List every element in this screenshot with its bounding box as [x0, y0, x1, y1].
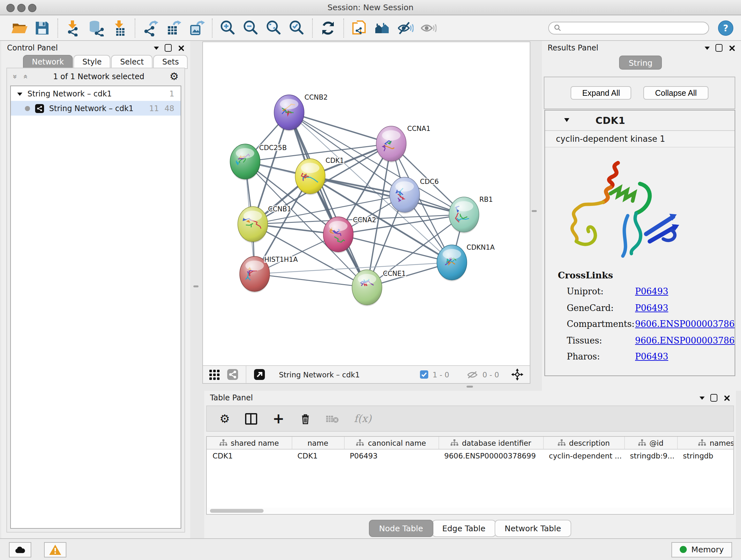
- crosslink-link[interactable]: P06493: [635, 351, 668, 361]
- network-view[interactable]: CCNB2CCNA1CDC25BCDK1CDC6RB1CCNB1CCNA2CDK…: [202, 42, 530, 384]
- hidden-eye-icon: [467, 370, 478, 379]
- column-header-canonical-name[interactable]: canonical name: [344, 437, 439, 449]
- zoom-selected-icon[interactable]: [285, 17, 308, 38]
- network-row[interactable]: String Network – cdk1 11 48: [11, 101, 181, 116]
- network-node-CDKN1A[interactable]: CDKN1A: [437, 244, 495, 281]
- network-edge[interactable]: [255, 262, 452, 274]
- hide-selected-icon[interactable]: [394, 17, 417, 38]
- network-node-CCNA1[interactable]: CCNA1: [376, 125, 430, 163]
- network-collection-row[interactable]: String Network – cdk1 1: [11, 86, 181, 101]
- table-cell[interactable]: CDK1: [292, 449, 344, 462]
- table-row[interactable]: CDK1CDK1P064939606.ENSP00000378699cyclin…: [207, 449, 734, 462]
- column-header-database-identifier[interactable]: database identifier: [439, 437, 543, 449]
- warning-icon: [49, 544, 61, 555]
- collapse-section-icon[interactable]: [564, 118, 569, 124]
- import-network-file-icon[interactable]: [62, 17, 85, 38]
- column-header--id[interactable]: @id: [624, 437, 677, 449]
- network-edge[interactable]: [289, 112, 391, 144]
- collapse-all-networks-icon[interactable]: »: [11, 74, 19, 79]
- collection-expand-icon[interactable]: [17, 92, 22, 98]
- collapse-all-button[interactable]: Collapse All: [644, 86, 709, 100]
- float-panel-icon[interactable]: [711, 394, 718, 401]
- close-panel-icon[interactable]: [178, 44, 185, 51]
- float-panel-icon[interactable]: [716, 44, 723, 52]
- network-node-CCNB2[interactable]: CCNB2: [274, 94, 328, 131]
- crosslink-link[interactable]: 9606.ENSP00000378699: [635, 335, 735, 345]
- tab-node-table[interactable]: Node Table: [369, 520, 433, 537]
- hidden-count-badge: 0 - 0: [482, 370, 499, 379]
- refresh-view-icon[interactable]: [317, 17, 340, 38]
- show-columns-icon[interactable]: [245, 413, 257, 424]
- zoom-out-icon[interactable]: [239, 17, 262, 38]
- clone-network-icon[interactable]: [348, 17, 371, 38]
- help-icon[interactable]: ?: [718, 20, 733, 36]
- table-cell[interactable]: CDK1: [207, 449, 292, 462]
- node-label: CDC6: [420, 178, 439, 186]
- network-edge[interactable]: [255, 274, 367, 287]
- column-header-shared-name[interactable]: shared name: [207, 437, 292, 449]
- splitter-handle[interactable]: [193, 286, 199, 287]
- zoom-in-icon[interactable]: [216, 17, 239, 38]
- table-cell[interactable]: cyclin-dependent ...: [543, 449, 624, 462]
- grid-view-icon[interactable]: [209, 369, 219, 380]
- network-overview-icon[interactable]: [227, 369, 238, 380]
- crosslink-link[interactable]: 9606.ENSP00000378699: [635, 319, 735, 329]
- network-node-RB1[interactable]: RB1: [449, 196, 493, 233]
- table-horizontal-scrollbar[interactable]: [207, 508, 733, 513]
- tab-sets[interactable]: Sets: [153, 55, 188, 69]
- column-header-namespace[interactable]: namespace: [677, 437, 734, 449]
- panel-menu-icon[interactable]: [704, 47, 710, 52]
- export-network-icon[interactable]: [139, 17, 162, 38]
- expand-all-networks-icon[interactable]: »: [22, 74, 29, 79]
- zoom-fit-icon[interactable]: [262, 17, 285, 38]
- expand-all-button[interactable]: Expand All: [571, 86, 631, 100]
- crosslink-link[interactable]: P06493: [635, 286, 668, 296]
- column-header-name[interactable]: name: [292, 437, 344, 449]
- float-panel-icon[interactable]: [165, 44, 172, 52]
- tab-select[interactable]: Select: [111, 55, 153, 69]
- network-node-CCNE1[interactable]: CCNE1: [352, 270, 406, 306]
- network-node-HIST1H1A[interactable]: HIST1H1A: [240, 256, 298, 293]
- protein-card-header[interactable]: CDK1: [545, 111, 735, 131]
- first-neighbors-icon[interactable]: [371, 17, 394, 38]
- crosslink-link[interactable]: P06493: [635, 302, 668, 313]
- panel-menu-icon[interactable]: [699, 396, 704, 402]
- warnings-button[interactable]: [44, 542, 66, 557]
- tab-network[interactable]: Network: [23, 55, 73, 69]
- network-graph[interactable]: CCNB2CCNA1CDC25BCDK1CDC6RB1CCNB1CCNA2CDK…: [203, 42, 530, 366]
- network-options-gear-icon[interactable]: ⚙: [170, 71, 179, 81]
- tab-network-table[interactable]: Network Table: [494, 520, 571, 537]
- save-session-icon[interactable]: [30, 17, 54, 38]
- column-header-label: database identifier: [462, 438, 531, 447]
- table-cell[interactable]: 9606.ENSP00000378699: [439, 449, 543, 462]
- panel-menu-icon[interactable]: [154, 47, 159, 52]
- splitter-handle[interactable]: [532, 210, 537, 212]
- export-image-icon[interactable]: [185, 17, 208, 38]
- open-in-window-icon[interactable]: [254, 369, 265, 380]
- selected-checkbox-icon[interactable]: [420, 370, 428, 379]
- scrollbar-thumb[interactable]: [210, 509, 264, 512]
- delete-column-icon[interactable]: [300, 413, 311, 424]
- import-table-file-icon[interactable]: [108, 17, 131, 38]
- table-cell[interactable]: stringdb:9...: [624, 449, 677, 462]
- export-table-icon[interactable]: [162, 17, 185, 38]
- search-input[interactable]: [565, 23, 703, 33]
- memory-button[interactable]: Memory: [671, 542, 732, 557]
- global-search-field[interactable]: [548, 21, 709, 34]
- open-session-icon[interactable]: [8, 17, 30, 38]
- column-header-description[interactable]: description: [543, 437, 624, 449]
- table-settings-gear-icon[interactable]: ⚙: [219, 413, 230, 424]
- splitter-handle[interactable]: [467, 386, 473, 388]
- import-network-database-icon[interactable]: [85, 17, 108, 38]
- show-all-icon[interactable]: [417, 17, 440, 38]
- table-cell[interactable]: P06493: [344, 449, 439, 462]
- birds-eye-navigator-icon[interactable]: [511, 368, 523, 381]
- cloud-status-button[interactable]: [9, 542, 31, 557]
- table-cell[interactable]: stringdb: [677, 449, 734, 462]
- close-panel-icon[interactable]: [723, 394, 730, 401]
- network-edge[interactable]: [289, 112, 367, 287]
- tab-edge-table[interactable]: Edge Table: [432, 520, 496, 537]
- tab-string[interactable]: String: [619, 56, 662, 70]
- close-panel-icon[interactable]: [728, 44, 735, 51]
- tab-style[interactable]: Style: [73, 55, 111, 69]
